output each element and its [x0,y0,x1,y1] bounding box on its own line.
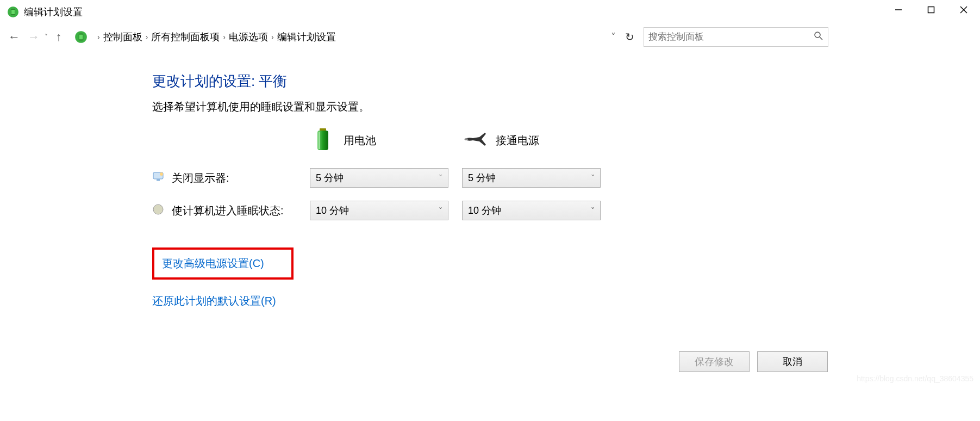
chevron-down-icon: ˅ [439,206,442,215]
forward-button[interactable]: → [25,28,42,46]
svg-rect-12 [320,128,326,131]
svg-line-11 [820,37,822,40]
window-controls [882,0,980,20]
chevron-right-icon: › [146,33,148,41]
breadcrumb-item[interactable]: 所有控制面板项 [151,30,220,44]
chevron-right-icon: › [97,33,100,41]
back-button[interactable]: ← [5,28,23,46]
titlebar: 编辑计划设置 [0,0,980,24]
breadcrumb[interactable]: › 控制面板 › 所有控制面板项 › 电源选项 › 编辑计划设置 ˅ [91,27,619,47]
recent-dropdown-icon[interactable]: ˅ [45,33,48,41]
battery-icon [310,126,336,155]
location-icon [74,30,88,44]
advanced-settings-link[interactable]: 更改高级电源设置(C) [162,257,264,269]
watermark: https://blog.csdn.net/qq_38604355 [857,374,973,383]
refresh-button[interactable]: ↻ [621,27,638,47]
chevron-right-icon: › [223,33,226,41]
sleep-plugged-select[interactable]: 10 分钟 ˅ [462,201,601,220]
minimize-button[interactable] [882,0,915,20]
display-plugged-select[interactable]: 5 分钟 ˅ [462,168,601,188]
row-display-label: 关闭显示器: [152,171,310,185]
window-title: 编辑计划设置 [24,5,83,18]
search-input[interactable] [648,32,814,42]
svg-point-15 [465,138,468,140]
breadcrumb-item[interactable]: 编辑计划设置 [277,30,336,44]
save-button[interactable]: 保存修改 [679,351,750,372]
column-header-battery: 用电池 [310,126,462,155]
svg-rect-14 [319,132,320,149]
chevron-down-icon: ˅ [591,206,595,215]
svg-rect-17 [157,179,160,181]
navbar: ← → ˅ ↑ › 控制面板 › 所有控制面板项 › 电源选项 › 编辑计划设置… [0,24,980,50]
page-title: 更改计划的设置: 平衡 [152,72,980,91]
maximize-button[interactable] [915,0,947,20]
page-description: 选择希望计算机使用的睡眠设置和显示设置。 [152,100,980,114]
svg-rect-9 [79,35,83,40]
column-header-battery-label: 用电池 [344,133,376,148]
column-header-plugged: 接通电源 [462,126,614,155]
footer-buttons: 保存修改 取消 [679,351,828,372]
plug-icon [462,126,488,155]
search-box[interactable] [644,27,828,47]
monitor-icon [152,171,164,185]
breadcrumb-item[interactable]: 电源选项 [229,30,268,44]
content: 更改计划的设置: 平衡 选择希望计算机使用的睡眠设置和显示设置。 用电池 [0,50,980,308]
advanced-settings-highlight: 更改高级电源设置(C) [152,247,294,280]
svg-rect-4 [928,7,934,13]
chevron-down-icon: ˅ [591,174,595,182]
breadcrumb-item[interactable]: 控制面板 [103,30,142,44]
close-button[interactable] [947,0,980,20]
links-section: 更改高级电源设置(C) 还原此计划的默认设置(R) [152,247,980,308]
restore-defaults-link[interactable]: 还原此计划的默认设置(R) [152,295,276,307]
chevron-down-icon: ˅ [439,174,442,182]
settings-grid: 用电池 接通电源 关闭显示器: 5 分钟 ˅ 5 分钟 ˅ [152,126,980,220]
app-icon [7,5,20,18]
cancel-button[interactable]: 取消 [757,351,828,372]
column-header-plugged-label: 接通电源 [496,133,539,148]
moon-icon [152,203,164,218]
sleep-battery-select[interactable]: 10 分钟 ˅ [310,201,448,220]
search-icon[interactable] [814,31,823,44]
svg-point-10 [815,32,820,38]
up-button[interactable]: ↑ [50,28,67,46]
chevron-right-icon: › [271,33,274,41]
display-battery-select[interactable]: 5 分钟 ˅ [310,168,448,188]
svg-point-19 [153,205,163,214]
row-sleep-label: 使计算机进入睡眠状态: [152,203,310,218]
chevron-down-icon[interactable]: ˅ [611,31,616,43]
svg-rect-2 [11,10,15,14]
svg-point-18 [160,172,163,176]
